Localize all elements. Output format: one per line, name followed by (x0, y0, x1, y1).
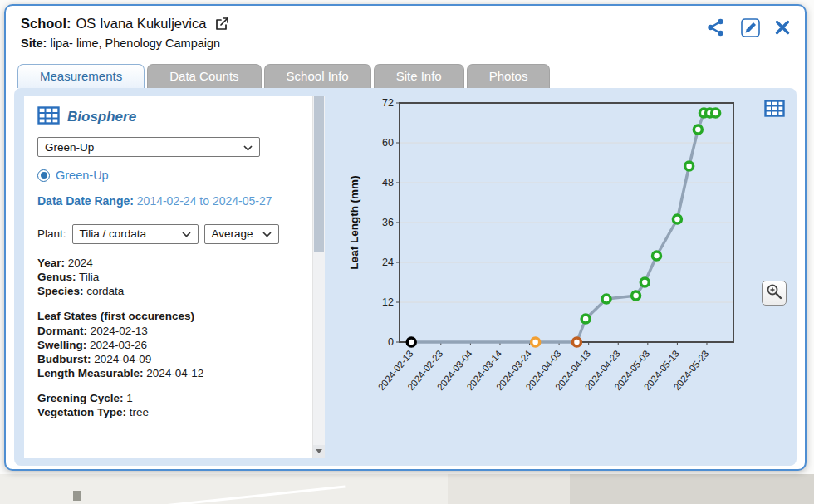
school-dialog: School: OS Ivana Kukuljevica Site: lipa-… (4, 4, 807, 471)
school-name: OS Ivana Kukuljevica (76, 16, 207, 32)
svg-text:12: 12 (382, 296, 394, 308)
leaf-state-swelling: Swelling: 2024-03-26 (37, 338, 299, 352)
panel-scrollbar[interactable] (312, 96, 325, 458)
greening-cycle: Greening Cycle: 1 (37, 391, 299, 405)
chart-panel: 01224364860722024-02-132024-02-232024-03… (328, 90, 793, 464)
leaf-states-heading: Leaf States (first occurences) (37, 309, 299, 324)
phenology-line-chart: 01224364860722024-02-132024-02-232024-03… (333, 93, 782, 455)
tab-bar: Measurements Data Counts School Info Sit… (17, 64, 805, 88)
close-icon[interactable] (775, 20, 790, 35)
edit-pencil-icon[interactable] (741, 18, 760, 37)
share-icon[interactable] (706, 17, 726, 37)
export-icon[interactable] (214, 17, 229, 32)
svg-text:36: 36 (382, 217, 394, 228)
plant-label: Plant: (37, 228, 66, 240)
data-date-range: Data Date Range: 2014-02-24 to 2024-05-2… (37, 193, 280, 211)
tab-school-info[interactable]: School Info (264, 64, 371, 88)
zoom-button[interactable] (762, 281, 787, 306)
leaf-state-budburst: Budburst: 2024-04-09 (37, 352, 299, 366)
measurements-content: Biosphere Green-Up Green-Up Data Date Ra… (14, 88, 797, 466)
statistic-select-value: Average (212, 228, 253, 240)
svg-text:60: 60 (382, 137, 394, 149)
chevron-down-icon (262, 228, 272, 240)
leaf-state-dormant: Dormant: 2024-02-13 (37, 324, 299, 338)
detail-species: Species: cordata (37, 284, 299, 298)
background-map (0, 474, 814, 504)
scrollbar-thumb[interactable] (314, 96, 324, 252)
detail-year: Year: 2024 (37, 256, 299, 270)
tab-photos[interactable]: Photos (467, 64, 551, 88)
svg-text:0: 0 (388, 336, 394, 348)
map-marker (73, 491, 81, 501)
statistic-select[interactable]: Average (204, 224, 279, 244)
tab-data-counts[interactable]: Data Counts (147, 64, 261, 88)
svg-text:Leaf Length (mm): Leaf Length (mm) (348, 175, 360, 269)
site-name: lipa- lime, Phenology Campaign (50, 37, 220, 50)
measurements-panel: Biosphere Green-Up Green-Up Data Date Ra… (24, 96, 325, 458)
plant-select-value: Tilia / cordata (80, 228, 147, 240)
vegetation-type: Vegetation Type: tree (37, 405, 299, 419)
magnifier-plus-icon (766, 283, 782, 303)
leaf-state-length-measurable: Length Measurable: 2024-04-12 (37, 366, 299, 380)
section-title: Biosphere (67, 109, 136, 125)
tab-site-info[interactable]: Site Info (374, 64, 464, 88)
protocol-select[interactable]: Green-Up (37, 137, 260, 157)
table-icon (37, 106, 60, 127)
school-label: School: (21, 16, 71, 32)
map-shape (570, 474, 814, 504)
detail-genus: Genus: Tilia (37, 270, 299, 284)
greenup-radio-label: Green-Up (56, 169, 109, 182)
dialog-header: School: OS Ivana Kukuljevica Site: lipa-… (6, 6, 805, 56)
plant-select[interactable]: Tilia / cordata (72, 224, 199, 244)
chevron-down-icon (182, 228, 191, 240)
svg-text:24: 24 (382, 257, 394, 268)
protocol-select-value: Green-Up (45, 141, 94, 154)
greenup-radio[interactable] (37, 169, 50, 182)
chevron-down-icon (243, 141, 253, 154)
table-icon[interactable] (764, 100, 785, 120)
scroll-down-icon[interactable] (313, 445, 325, 458)
site-label: Site: (21, 37, 47, 50)
svg-text:72: 72 (382, 97, 394, 109)
tab-measurements[interactable]: Measurements (17, 64, 145, 88)
svg-text:48: 48 (382, 177, 394, 188)
